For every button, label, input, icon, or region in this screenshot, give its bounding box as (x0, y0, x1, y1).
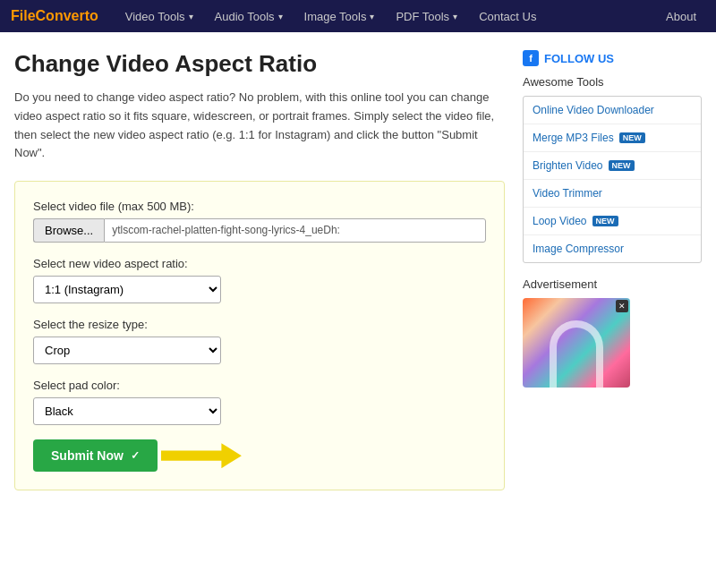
pad-color-label: Select pad color: (33, 379, 486, 392)
main-content: Change Video Aspect Ratio Do you need to… (14, 50, 505, 490)
logo-text: FileConvert (11, 8, 90, 23)
nav-menu: Video Tools ▾ Audio Tools ▾ Image Tools … (116, 4, 657, 29)
nav-pdf-tools[interactable]: PDF Tools ▾ (387, 4, 466, 29)
site-logo[interactable]: FileConverto (11, 8, 98, 24)
tool-item-online-video-downloader[interactable]: Online Video Downloader (524, 97, 701, 124)
nav-contact-us[interactable]: Contact Us (470, 4, 545, 29)
advertisement-label: Advertisement (523, 277, 702, 291)
sidebar: f FOLLOW US Awesome Tools Online Video D… (523, 50, 702, 490)
tool-item-video-trimmer[interactable]: Video Trimmer (524, 180, 701, 208)
aspect-ratio-select[interactable]: 1:1 (Instagram) 16:9 (Widescreen) 4:3 (S… (33, 276, 221, 303)
file-input-row: Browse... ytlscom-rachel-platten-fight-s… (33, 218, 486, 243)
chevron-down-icon: ▾ (453, 12, 457, 21)
chevron-down-icon: ▾ (189, 12, 193, 21)
tool-item-merge-mp3[interactable]: Merge MP3 Files NEW (524, 124, 701, 152)
follow-label: FOLLOW US (544, 52, 614, 65)
nav-image-tools[interactable]: Image Tools ▾ (295, 4, 384, 29)
chevron-down-icon: ▾ (278, 12, 283, 21)
resize-type-select[interactable]: Crop Pad Stretch (33, 337, 221, 364)
advertisement-box: ✕ (523, 298, 630, 388)
tools-list-scroll[interactable]: Online Video Downloader Merge MP3 Files … (524, 97, 701, 262)
arrow-annotation (161, 443, 242, 468)
page-description: Do you need to change video aspect ratio… (14, 89, 505, 163)
ad-arch-decoration (550, 320, 603, 388)
chevron-down-icon: ▾ (370, 12, 374, 21)
aspect-ratio-label: Select new video aspect ratio: (33, 257, 486, 270)
nav-audio-tools[interactable]: Audio Tools ▾ (206, 4, 292, 29)
awesome-tools-title: Awesome Tools (523, 75, 702, 89)
file-name-display: ytlscom-rachel-platten-fight-song-lyrics… (104, 218, 486, 243)
page-title: Change Video Aspect Ratio (14, 50, 505, 78)
pad-color-group: Select pad color: Black White Red Green … (33, 379, 486, 425)
browse-button[interactable]: Browse... (33, 218, 104, 243)
follow-us-header: f FOLLOW US (523, 50, 702, 66)
new-badge: NEW (592, 216, 618, 226)
tools-list-box: Online Video Downloader Merge MP3 Files … (523, 96, 702, 263)
new-badge: NEW (609, 160, 635, 171)
facebook-icon: f (523, 50, 539, 66)
logo-highlight: o (90, 8, 98, 23)
new-badge: NEW (619, 132, 645, 143)
resize-type-label: Select the resize type: (33, 318, 486, 331)
submit-button[interactable]: Submit Now (33, 439, 158, 472)
resize-type-group: Select the resize type: Crop Pad Stretch (33, 318, 486, 364)
form-box: Select video file (max 500 MB): Browse..… (14, 181, 505, 490)
close-ad-button[interactable]: ✕ (616, 300, 628, 312)
tool-item-brighten-video[interactable]: Brighten Video NEW (524, 152, 701, 180)
submit-row: Submit Now (33, 439, 486, 472)
file-select-group: Select video file (max 500 MB): Browse..… (33, 200, 486, 243)
pad-color-select[interactable]: Black White Red Green Blue (33, 397, 221, 425)
file-label: Select video file (max 500 MB): (33, 200, 486, 213)
tool-item-image-compressor[interactable]: Image Compressor (524, 235, 701, 262)
tool-item-loop-video[interactable]: Loop Video NEW (524, 208, 701, 235)
nav-video-tools[interactable]: Video Tools ▾ (116, 4, 202, 29)
aspect-ratio-group: Select new video aspect ratio: 1:1 (Inst… (33, 257, 486, 303)
nav-about[interactable]: About (657, 4, 705, 29)
